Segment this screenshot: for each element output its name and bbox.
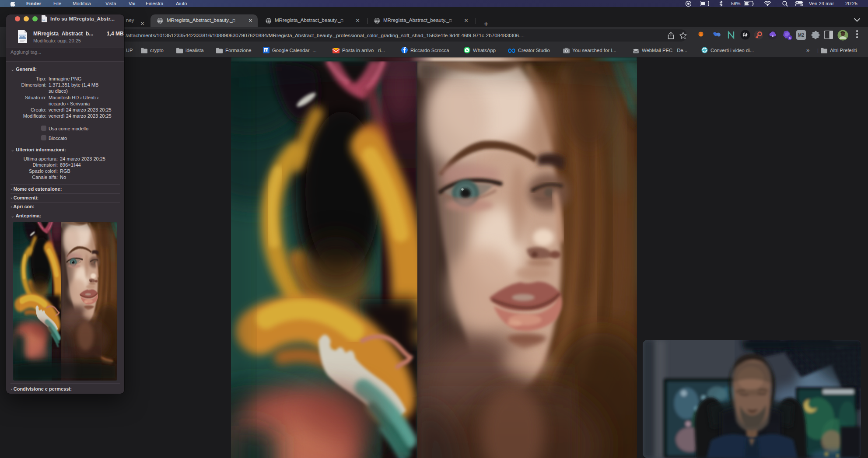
svg-text:5: 5 xyxy=(789,36,791,40)
svg-text:31: 31 xyxy=(264,49,268,52)
svg-text:M2: M2 xyxy=(798,33,804,38)
